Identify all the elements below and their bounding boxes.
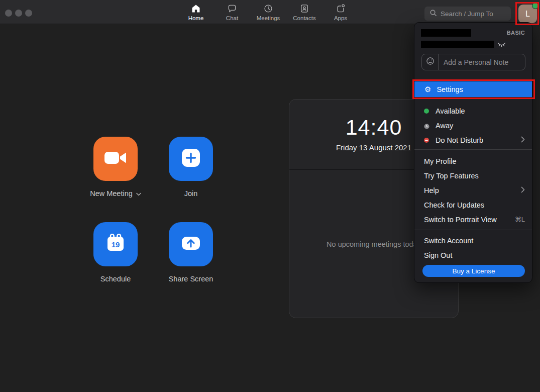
search-placeholder: Search / Jump To	[441, 10, 493, 18]
personal-note-placeholder: Add a Personal Note	[439, 58, 508, 66]
menu-item-switch-to-portrait-view[interactable]: Switch to Portrait View ⌘L	[414, 212, 532, 227]
menu-divider	[414, 230, 532, 230]
search-input[interactable]: Search / Jump To	[424, 7, 511, 21]
titlebar: Home Chat Meetings	[0, 0, 540, 24]
do-not-disturb-status-icon	[424, 138, 429, 143]
tab-home[interactable]: Home	[178, 0, 214, 24]
contact-card-icon	[299, 4, 309, 14]
menu-group-1: My Profile Try Top Features Help Check f…	[414, 154, 532, 227]
chevron-right-icon	[521, 186, 525, 194]
tab-chat[interactable]: Chat	[214, 0, 250, 24]
redacted-email-bar	[421, 41, 494, 48]
menu-item-my-profile[interactable]: My Profile	[414, 154, 532, 168]
chevron-down-icon	[136, 189, 141, 198]
nav-tabs: Home Chat Meetings	[178, 0, 359, 24]
tab-label: Home	[188, 15, 204, 21]
menu-item-check-for-updates[interactable]: Check for Updates	[414, 198, 532, 212]
video-camera-icon	[103, 150, 128, 168]
menu-item-away[interactable]: Away	[414, 118, 532, 133]
menu-item-switch-account[interactable]: Switch Account	[414, 233, 532, 248]
available-status-icon	[424, 109, 429, 114]
join-label[interactable]: Join	[146, 189, 236, 198]
join-button[interactable]	[169, 137, 213, 181]
redacted-name-bar	[421, 29, 471, 37]
calendar-day: 19	[112, 240, 120, 249]
window-minimize-button[interactable]	[15, 10, 22, 17]
chat-icon	[227, 4, 237, 14]
clock-time: 14:40	[346, 117, 402, 138]
menu-item-do-not-disturb[interactable]: Do Not Disturb	[414, 133, 532, 147]
apps-icon	[336, 4, 346, 14]
schedule-button[interactable]: 19	[93, 222, 138, 266]
buy-a-license-button[interactable]: Buy a License	[422, 265, 525, 277]
keyboard-shortcut: ⌘L	[515, 216, 525, 223]
chevron-right-icon	[521, 136, 525, 144]
plus-icon	[179, 146, 203, 172]
highlight-box-avatar	[515, 2, 539, 25]
smiley-icon	[426, 57, 435, 67]
arrow-up-icon	[179, 231, 203, 257]
menu-item-sign-out[interactable]: Sign Out	[414, 248, 532, 262]
menu-item-help[interactable]: Help	[414, 183, 532, 198]
window-zoom-button[interactable]	[25, 10, 32, 17]
highlight-box-settings	[412, 79, 535, 99]
calendar-icon: 19	[103, 231, 128, 257]
clock-date: Friday 13 August 2021	[336, 143, 411, 152]
tab-label: Chat	[226, 15, 238, 21]
window-close-button[interactable]	[5, 10, 12, 17]
tab-label: Contacts	[293, 15, 315, 21]
status-options: Available Away Do Not Disturb	[414, 104, 532, 147]
eye-closed-icon[interactable]	[497, 41, 506, 50]
plan-badge: BASIC	[507, 30, 525, 36]
tab-contacts[interactable]: Contacts	[286, 0, 322, 24]
menu-group-2: Switch Account Sign Out	[414, 233, 532, 262]
new-meeting-button[interactable]	[93, 137, 138, 181]
menu-item-available[interactable]: Available	[414, 104, 532, 118]
menu-divider	[414, 149, 532, 150]
clock-icon	[263, 4, 273, 14]
account-menu: BASIC Add a Personal Note ⚙ Settings Ava…	[414, 22, 532, 283]
tab-label: Meetings	[257, 15, 280, 21]
tab-apps[interactable]: Apps	[322, 0, 359, 24]
menu-item-try-top-features[interactable]: Try Top Features	[414, 168, 532, 183]
tab-label: Apps	[334, 15, 347, 21]
tab-meetings[interactable]: Meetings	[250, 0, 286, 24]
share-screen-label[interactable]: Share Screen	[146, 275, 236, 283]
emoji-picker-button[interactable]	[422, 54, 439, 70]
search-icon	[429, 9, 437, 18]
share-screen-button[interactable]	[169, 222, 213, 266]
home-icon	[191, 4, 201, 14]
personal-note-input[interactable]: Add a Personal Note	[421, 54, 525, 70]
away-status-icon	[424, 123, 429, 128]
